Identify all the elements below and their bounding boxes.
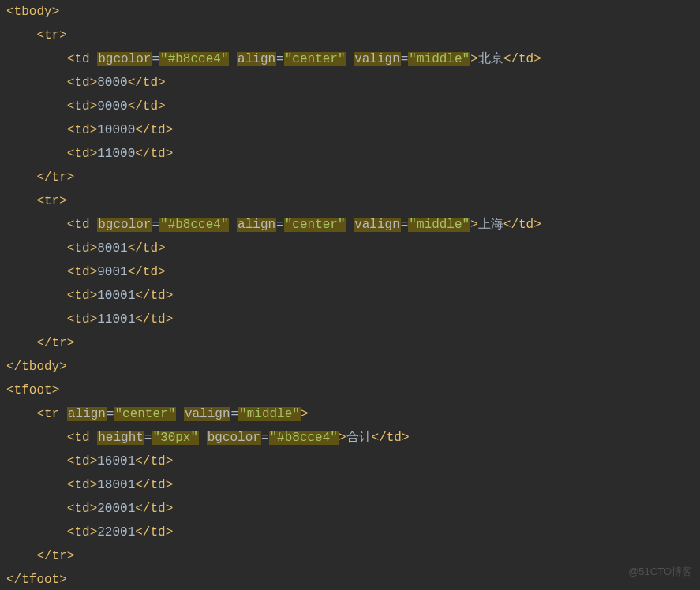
text-val: 8000 xyxy=(97,76,127,90)
attr-valign: valign xyxy=(354,52,401,66)
code-line: </tr> xyxy=(6,331,694,355)
code-line: <td>8001</td> xyxy=(6,237,694,260)
code-line: <td bgcolor="#b8cce4" align="center" val… xyxy=(6,213,694,237)
tag-td: td xyxy=(74,52,89,66)
text-val: 11001 xyxy=(97,312,135,327)
tag-tfoot: tfoot xyxy=(14,383,52,398)
tag-tr: tr xyxy=(44,28,59,43)
code-line: </tbody> xyxy=(6,355,694,379)
code-line: <tbody> xyxy=(6,0,694,24)
code-line: <td>10000</td> xyxy=(6,118,694,142)
val-center: "center" xyxy=(284,52,346,66)
val-middle: "middle" xyxy=(408,52,470,66)
code-line: </tr> xyxy=(6,166,694,189)
text-val: 11000 xyxy=(97,147,135,161)
text-val: 9000 xyxy=(97,99,127,114)
text-val: 9001 xyxy=(97,265,127,279)
code-line: <tr align="center" valign="middle"> xyxy=(6,402,694,426)
text-val: 10001 xyxy=(97,289,135,303)
attr-align: align xyxy=(237,52,276,66)
text-val: 20001 xyxy=(97,502,135,516)
code-line: <td>16001</td> xyxy=(6,450,694,473)
text-val: 22001 xyxy=(97,525,135,540)
val-height: "30px" xyxy=(152,431,199,445)
code-line: <tr> xyxy=(6,189,694,213)
val-bgcolor: "#b8cce4" xyxy=(159,52,229,66)
code-line: </tr> xyxy=(6,544,694,568)
tag-tbody: tbody xyxy=(14,5,52,19)
text-val: 18001 xyxy=(97,478,135,492)
code-line: <td>20001</td> xyxy=(6,497,694,521)
code-line: <td>10001</td> xyxy=(6,284,694,308)
text-val: 10000 xyxy=(97,123,135,137)
text-val: 8001 xyxy=(97,241,127,256)
watermark-text: @51CTO博客 xyxy=(628,560,692,584)
attr-height: height xyxy=(97,431,144,445)
text-val: 16001 xyxy=(97,454,135,469)
code-line: <td>18001</td> xyxy=(6,473,694,497)
code-line: <td bgcolor="#b8cce4" align="center" val… xyxy=(6,47,694,71)
code-line: <td>9001</td> xyxy=(6,260,694,284)
code-line: <td>11000</td> xyxy=(6,142,694,166)
code-block: <tbody> <tr> <td bgcolor="#b8cce4" align… xyxy=(0,0,700,590)
code-line: <tr> xyxy=(6,24,694,47)
text-beijing: 北京 xyxy=(478,52,503,66)
code-line: <tfoot> xyxy=(6,379,694,402)
attr-bgcolor: bgcolor xyxy=(97,52,152,66)
code-line: <td>8000</td> xyxy=(6,71,694,95)
code-line: <td>22001</td> xyxy=(6,521,694,544)
code-line: <td>9000</td> xyxy=(6,95,694,118)
code-line: <td>11001</td> xyxy=(6,308,694,331)
text-shanghai: 上海 xyxy=(478,218,503,232)
code-line: <td height="30px" bgcolor="#b8cce4">合计</… xyxy=(6,426,694,450)
code-line: </tfoot> xyxy=(6,568,694,590)
text-total: 合计 xyxy=(346,431,372,445)
